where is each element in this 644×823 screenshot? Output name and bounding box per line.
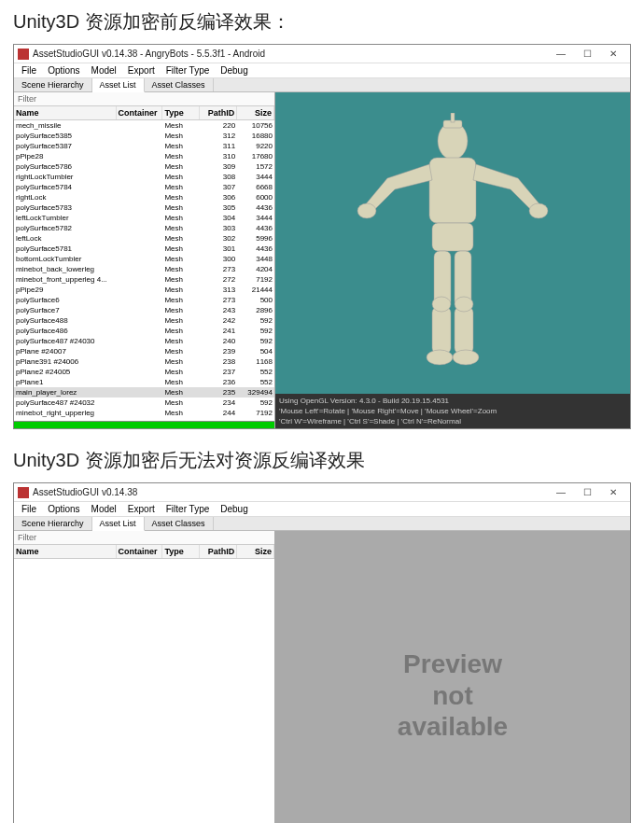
table-row[interactable]: leftLockMesh3025996: [14, 233, 274, 244]
table-row[interactable]: polySurface5387Mesh3119220: [14, 141, 274, 151]
preview-panel: Preview not available No file was loaded…: [275, 531, 630, 823]
character-model: [350, 113, 555, 374]
status-line: 'Ctrl W'=Wireframe | 'Ctrl S'=Shade | 'C…: [279, 416, 626, 426]
menu-export[interactable]: Export: [128, 504, 155, 514]
status-line: Using OpenGL Version: 4.3.0 - Build 20.1…: [279, 396, 626, 406]
svg-point-5: [357, 203, 376, 218]
table-row[interactable]: minebot_right_upperlegMesh2447192: [14, 408, 274, 418]
table-row[interactable]: polySurface488Mesh242592: [14, 315, 274, 326]
window-title: AssetStudioGUI v0.14.38 - AngryBots - 5.…: [33, 49, 548, 59]
svg-point-11: [427, 350, 453, 365]
preview-not-available: Preview not available: [275, 531, 630, 823]
menu-export[interactable]: Export: [128, 65, 155, 76]
table-row[interactable]: rightLockMesh3066000: [14, 192, 274, 202]
close-button[interactable]: ✕: [600, 49, 626, 59]
table-row[interactable]: main_player_lorezMesh235329494: [14, 387, 274, 398]
svg-point-14: [455, 297, 473, 312]
window-after: AssetStudioGUI v0.14.38 — ☐ ✕ FileOption…: [13, 482, 631, 823]
table-row[interactable]: polySurface6Mesh273500: [14, 295, 274, 305]
tab-scene-hierarchy[interactable]: Scene Hierarchy: [14, 517, 92, 530]
col-type[interactable]: Type: [162, 106, 200, 119]
progress-bar: [14, 421, 274, 428]
app-icon: [18, 487, 29, 498]
menubar: FileOptionsModelExportFilter TypeDebug: [14, 63, 630, 78]
menu-debug[interactable]: Debug: [220, 65, 247, 76]
close-button[interactable]: ✕: [600, 487, 626, 497]
svg-point-13: [432, 297, 451, 312]
table-row[interactable]: minebot_front_upperleg 4...Mesh2727192: [14, 274, 274, 285]
col-pathid[interactable]: PathID: [200, 106, 237, 119]
col-pathid[interactable]: PathID: [200, 545, 237, 558]
minimize-button[interactable]: —: [548, 49, 574, 59]
model-viewport[interactable]: [275, 92, 630, 394]
table-row[interactable]: pPipe28Mesh31017680: [14, 151, 274, 161]
col-size[interactable]: Size: [237, 545, 274, 558]
menu-file[interactable]: File: [21, 65, 36, 76]
table-row[interactable]: pPlane #24007Mesh239504: [14, 346, 274, 356]
table-row[interactable]: polySurface5783Mesh3054436: [14, 202, 274, 213]
filter-input[interactable]: Filter: [14, 92, 274, 106]
table-row[interactable]: polySurface487 #24030Mesh240592: [14, 336, 274, 346]
tab-scene-hierarchy[interactable]: Scene Hierarchy: [14, 78, 92, 91]
svg-point-12: [453, 350, 479, 365]
maximize-button[interactable]: ☐: [574, 49, 600, 59]
app-icon: [18, 49, 29, 60]
table-row[interactable]: polySurface487 #24032Mesh234592: [14, 398, 274, 408]
tab-asset-classes[interactable]: Asset Classes: [145, 78, 214, 91]
table-row[interactable]: polySurface5784Mesh3076668: [14, 182, 274, 192]
tab-asset-list[interactable]: Asset List: [92, 78, 145, 92]
preview-text: Preview: [403, 649, 502, 680]
heading-after: Unity3D 资源加密后无法对资源反编译效果: [0, 439, 644, 482]
titlebar[interactable]: AssetStudioGUI v0.14.38 — ☐ ✕: [14, 483, 630, 502]
asset-rows-empty: [14, 559, 274, 823]
col-size[interactable]: Size: [237, 106, 274, 119]
col-type[interactable]: Type: [162, 545, 200, 558]
svg-rect-2: [451, 113, 455, 122]
menu-model[interactable]: Model: [91, 65, 117, 76]
table-row[interactable]: pPipe29Mesh31321444: [14, 285, 274, 295]
svg-rect-10: [455, 307, 473, 354]
table-header[interactable]: Name Container Type PathID Size: [14, 106, 274, 120]
table-row[interactable]: mech_missileMesh22010756: [14, 120, 274, 131]
titlebar[interactable]: AssetStudioGUI v0.14.38 - AngryBots - 5.…: [14, 45, 630, 63]
table-row[interactable]: bottomLockTumblerMesh3003448: [14, 254, 274, 264]
col-name[interactable]: Name: [14, 545, 117, 558]
svg-point-6: [529, 203, 548, 218]
table-row[interactable]: pPlane391 #24006Mesh2381168: [14, 356, 274, 367]
tab-asset-classes[interactable]: Asset Classes: [145, 517, 214, 530]
tab-strip: Scene HierarchyAsset ListAsset Classes: [14, 78, 630, 92]
col-container[interactable]: Container: [117, 106, 163, 119]
table-row[interactable]: minebot_back_lowerlegMesh2734204: [14, 264, 274, 274]
table-row[interactable]: leftLockTumblerMesh3043444: [14, 213, 274, 223]
table-row[interactable]: polySurface7Mesh2432896: [14, 305, 274, 315]
menu-file[interactable]: File: [21, 504, 36, 514]
menu-options[interactable]: Options: [48, 65, 79, 76]
col-container[interactable]: Container: [117, 545, 163, 558]
svg-rect-9: [432, 307, 451, 354]
asset-rows[interactable]: mech_missileMesh22010756polySurface5385M…: [14, 120, 274, 421]
table-row[interactable]: polySurface5786Mesh3091572: [14, 161, 274, 172]
window-title: AssetStudioGUI v0.14.38: [33, 487, 548, 497]
table-header[interactable]: Name Container Type PathID Size: [14, 545, 274, 559]
col-name[interactable]: Name: [14, 106, 117, 119]
minimize-button[interactable]: —: [548, 487, 574, 497]
status-bar: Using OpenGL Version: 4.3.0 - Build 20.1…: [275, 394, 630, 428]
heading-before: Unity3D 资源加密前反编译效果：: [0, 0, 644, 44]
table-row[interactable]: polySurface5385Mesh31216880: [14, 131, 274, 141]
menu-filter-type[interactable]: Filter Type: [166, 504, 210, 514]
table-row[interactable]: pPlane1Mesh236552: [14, 377, 274, 387]
menu-model[interactable]: Model: [91, 504, 117, 514]
maximize-button[interactable]: ☐: [574, 487, 600, 497]
tab-asset-list[interactable]: Asset List: [92, 517, 145, 531]
table-row[interactable]: polySurface5782Mesh3034436: [14, 223, 274, 233]
window-before: AssetStudioGUI v0.14.38 - AngryBots - 5.…: [13, 44, 631, 429]
asset-list-panel: Filter Name Container Type PathID Size: [14, 531, 275, 823]
table-row[interactable]: rightLockTumblerMesh3083444: [14, 172, 274, 182]
table-row[interactable]: polySurface486Mesh241592: [14, 326, 274, 336]
filter-input[interactable]: Filter: [14, 531, 274, 545]
menu-filter-type[interactable]: Filter Type: [166, 65, 210, 76]
menu-options[interactable]: Options: [48, 504, 79, 514]
table-row[interactable]: pPlane2 #24005Mesh237552: [14, 367, 274, 377]
table-row[interactable]: polySurface5781Mesh3014436: [14, 244, 274, 254]
menu-debug[interactable]: Debug: [220, 504, 247, 514]
